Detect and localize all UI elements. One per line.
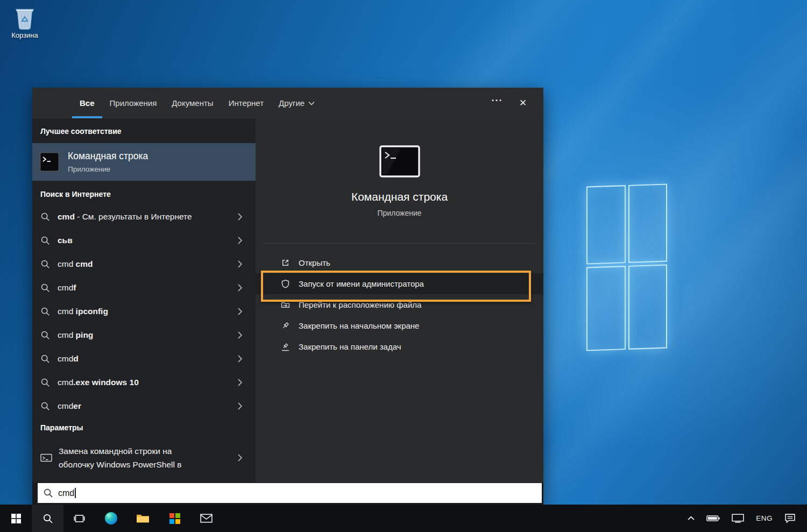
search-icon [40, 236, 50, 245]
preview-title: Командная строка [256, 190, 543, 203]
tab-apps[interactable]: Приложения [102, 88, 165, 118]
action-open[interactable]: Открыть [256, 252, 543, 273]
search-flyout: Все Приложения Документы Интернет Другие… [32, 88, 543, 505]
chevron-right-icon[interactable] [237, 260, 243, 268]
recycle-bin-shortcut[interactable]: Корзина [8, 4, 42, 39]
web-search-header: Поиск в Интернете [40, 190, 256, 198]
search-icon [40, 283, 50, 293]
search-icon [40, 378, 50, 387]
open-icon [281, 258, 290, 267]
search-suggestion[interactable]: cmd - См. результаты в Интернете [32, 205, 256, 229]
microsoft-store-icon [169, 513, 180, 524]
chevron-right-icon[interactable] [237, 307, 243, 316]
edge-browser-button[interactable] [95, 505, 127, 532]
microsoft-store-button[interactable] [159, 505, 190, 532]
windows-logo-wallpaper [586, 183, 667, 351]
action-pin-to-start[interactable]: Закрепить на начальном экране [256, 315, 543, 336]
tray-show-hidden-icons-button[interactable] [682, 505, 700, 532]
folder-arrow-icon [281, 300, 290, 309]
tab-documents[interactable]: Документы [164, 88, 221, 118]
close-button[interactable]: ✕ [510, 88, 536, 118]
edge-icon [105, 512, 117, 524]
settings-result[interactable]: Замена командной строки на оболочку Wind… [32, 438, 256, 478]
system-tray: ENG [682, 505, 807, 532]
tray-battery-button[interactable] [700, 505, 726, 532]
chevron-right-icon[interactable] [237, 331, 243, 339]
chevron-right-icon[interactable] [237, 212, 243, 221]
tab-bar-spacer [322, 88, 484, 118]
suggestion-text: cmd.exe windows 10 [58, 378, 237, 387]
best-match-header: Лучшее соответствие [40, 127, 256, 136]
tray-language-button[interactable]: ENG [750, 505, 778, 532]
action-open-file-location[interactable]: Перейти к расположению файла [256, 294, 543, 315]
tab-all[interactable]: Все [72, 88, 102, 118]
chevron-right-icon[interactable] [237, 453, 243, 462]
logo-pane [628, 183, 668, 263]
folder-icon [136, 513, 150, 523]
search-icon [40, 307, 50, 316]
tab-more[interactable]: Другие [271, 88, 322, 118]
search-suggestion[interactable]: cьв [32, 229, 256, 252]
tray-network-button[interactable] [726, 505, 750, 532]
pin-icon [281, 321, 290, 330]
suggestion-text: cmder [58, 401, 237, 411]
preview-subtitle: Приложение [256, 209, 543, 217]
chevron-right-icon[interactable] [237, 236, 243, 245]
task-view-button[interactable] [63, 505, 95, 532]
recycle-bin-icon [12, 4, 37, 30]
task-view-icon [74, 514, 85, 523]
notification-chat-icon [784, 513, 796, 523]
search-suggestion[interactable]: cmder [32, 394, 256, 418]
suggestion-text: cmd ipconfig [58, 307, 237, 316]
suggestion-list: cmd - См. результаты в Интернете cьв cmd… [32, 205, 256, 418]
suggestion-text: cьв [58, 236, 237, 245]
pin-taskbar-icon [281, 342, 290, 351]
settings-header: Параметры [40, 423, 256, 432]
action-pin-to-taskbar[interactable]: Закрепить на панели задач [256, 336, 543, 357]
battery-icon [706, 515, 720, 522]
more-options-button[interactable]: ··· [484, 88, 510, 118]
settings-result-text: Замена командной строки на оболочку Wind… [59, 444, 237, 471]
suggestion-text: cmdf [58, 283, 237, 293]
logo-pane [586, 266, 626, 351]
tab-web[interactable]: Интернет [221, 88, 271, 118]
cmd-app-icon-large [379, 145, 420, 178]
search-suggestion[interactable]: cmd.exe windows 10 [32, 371, 256, 394]
search-query-text: cmd [58, 488, 74, 498]
best-match-title: Командная строка [68, 151, 148, 162]
cmd-app-icon [40, 152, 59, 172]
chevron-right-icon[interactable] [237, 402, 243, 410]
chevron-right-icon[interactable] [237, 354, 243, 363]
search-icon [40, 354, 50, 364]
search-suggestion[interactable]: cmd ping [32, 323, 256, 347]
search-suggestion[interactable]: cmd cmd [32, 252, 256, 276]
chevron-right-icon[interactable] [237, 378, 243, 387]
best-match-subtitle: Приложение [68, 165, 148, 173]
shield-admin-icon [281, 279, 290, 288]
best-match-result[interactable]: Командная строка Приложение [32, 143, 256, 181]
file-explorer-button[interactable] [127, 505, 159, 532]
chevron-up-icon [688, 516, 695, 521]
mail-button[interactable] [190, 505, 222, 532]
suggestion-text: cmd cmd [58, 259, 237, 269]
search-icon [43, 513, 53, 524]
action-run-as-admin[interactable]: Запуск от имени администратора [256, 273, 543, 294]
best-match-text: Командная строка Приложение [68, 151, 148, 173]
search-icon [43, 488, 53, 498]
search-suggestion[interactable]: cmdd [32, 347, 256, 371]
search-icon [40, 330, 50, 340]
search-tab-bar: Все Приложения Документы Интернет Другие… [32, 88, 543, 118]
mail-icon [200, 514, 213, 523]
search-icon [40, 259, 50, 269]
suggestion-text: cmd - См. результаты в Интернете [58, 212, 237, 222]
start-button[interactable] [0, 505, 32, 532]
logo-pane [586, 185, 626, 264]
windows-logo-icon [11, 514, 21, 523]
search-input[interactable]: cmd [38, 483, 542, 503]
search-suggestion[interactable]: cmd ipconfig [32, 300, 256, 323]
search-suggestion[interactable]: cmdf [32, 276, 256, 300]
taskbar-search-button[interactable] [32, 505, 63, 532]
recycle-bin-label: Корзина [8, 31, 42, 39]
chevron-right-icon[interactable] [237, 283, 243, 292]
tray-action-center-button[interactable] [778, 505, 802, 532]
